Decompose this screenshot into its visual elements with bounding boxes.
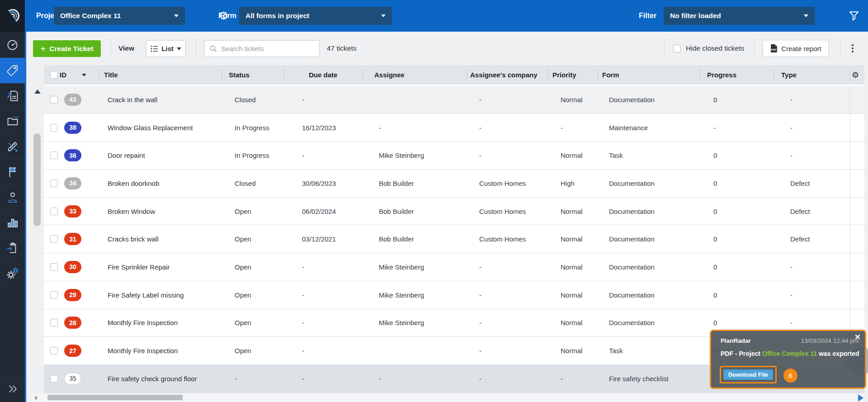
table-row[interactable]: 36 Door repaint In Progress - Mike Stein… — [44, 142, 864, 170]
view-mode-dropdown[interactable]: List — [146, 40, 186, 57]
sidebar-item-flags[interactable] — [0, 159, 25, 184]
cell-spacer — [850, 142, 864, 169]
sidebar-item-plans[interactable] — [0, 109, 25, 134]
cell-form: Task — [598, 337, 700, 364]
sidebar-item-statistics[interactable] — [0, 210, 25, 235]
column-header-assignee-company[interactable]: Assignee's company — [467, 65, 548, 85]
sidebar-item-dashboard[interactable] — [0, 33, 25, 58]
cell-id: 27 — [59, 337, 99, 364]
cell-assignee — [363, 337, 467, 364]
toast-message: PDF - Project Office Complex 11 was expo… — [721, 350, 861, 357]
row-checkbox[interactable] — [50, 235, 58, 243]
column-header-status[interactable]: Status — [222, 65, 284, 85]
cell-progress: 0 — [700, 281, 774, 309]
cell-spacer — [850, 281, 864, 309]
cell-priority: Normal — [548, 253, 598, 281]
more-options-kebab-icon[interactable] — [848, 42, 857, 55]
column-settings-gear-icon[interactable]: ⚙ — [852, 70, 859, 80]
chevron-down-icon — [174, 14, 179, 17]
table-row[interactable]: 43 Crack in the wall Closed - - Normal D… — [44, 86, 864, 114]
cell-id: 35 — [59, 365, 99, 393]
vertical-scrollbar-thumb[interactable] — [33, 133, 41, 226]
folder-icon — [6, 115, 19, 128]
sidebar-item-settings[interactable] — [0, 260, 25, 286]
cell-due-date: - — [284, 309, 363, 337]
cell-priority: Normal — [548, 225, 598, 253]
clipboard-arrow-icon — [6, 241, 19, 254]
cell-assignee-company: - — [467, 337, 548, 364]
row-select-cell — [44, 337, 59, 364]
sidebar-expand-button[interactable] — [0, 377, 25, 400]
sidebar-item-tickets[interactable] — [0, 58, 25, 83]
row-checkbox[interactable] — [50, 375, 58, 383]
row-checkbox[interactable] — [50, 291, 58, 299]
row-checkbox[interactable] — [50, 347, 58, 355]
row-checkbox[interactable] — [50, 96, 58, 104]
table-row[interactable]: 31 Cracks brick wall Open 03/12/2021 Bob… — [44, 225, 864, 253]
cell-priority: Normal — [548, 86, 598, 114]
row-checkbox[interactable] — [50, 319, 58, 326]
column-header-title[interactable]: Title — [99, 65, 222, 85]
sidebar-item-reports[interactable] — [0, 83, 25, 109]
table-row[interactable]: 38 Window Glass Replacement In Progress … — [44, 114, 864, 142]
column-header-assignee[interactable]: Assignee — [363, 65, 467, 85]
filter-dropdown[interactable]: No filter loaded — [664, 7, 815, 25]
planradar-logo[interactable] — [0, 0, 25, 32]
table-row[interactable]: 30 Fire Sprinkler Repair Open - Mike Ste… — [44, 253, 864, 281]
cell-form: Documentation — [598, 170, 700, 197]
scroll-left-arrow[interactable] — [34, 396, 37, 400]
project-dropdown[interactable]: Office Complex 11 — [54, 7, 185, 25]
cell-form: Documentation — [598, 86, 700, 114]
ticket-count: 47 tickets — [327, 32, 356, 65]
corner-play-triangle-icon[interactable] — [858, 394, 863, 402]
annotation-step-badge: 6 — [783, 369, 797, 383]
select-all-cell — [44, 65, 59, 85]
cell-priority: Normal — [548, 281, 598, 309]
download-file-button[interactable]: Download File — [723, 369, 773, 380]
form-dropdown[interactable]: All forms in project — [239, 7, 392, 25]
double-chevron-right-icon — [6, 383, 19, 394]
column-header-due-date[interactable]: Due date — [284, 65, 363, 85]
cell-form: Maintenance — [598, 114, 700, 142]
sidebar-item-forms[interactable] — [0, 235, 25, 260]
sidebar-item-contacts[interactable] — [0, 184, 25, 210]
cell-status: Open — [222, 309, 284, 337]
column-header-progress[interactable]: Progress — [700, 65, 774, 85]
select-all-checkbox[interactable] — [50, 71, 58, 79]
cell-form: Documentation — [598, 225, 700, 253]
column-header-id[interactable]: ID — [59, 65, 99, 85]
cell-assignee-company: Custom Homes — [467, 170, 548, 197]
row-checkbox[interactable] — [50, 263, 58, 271]
ticket-id-badge: 33 — [64, 205, 81, 218]
cell-assignee: Bob Builder — [363, 225, 467, 253]
row-checkbox[interactable] — [50, 180, 58, 187]
bar-chart-icon — [6, 216, 19, 229]
row-checkbox[interactable] — [50, 151, 58, 159]
column-header-priority[interactable]: Priority — [548, 65, 598, 85]
cell-status: In Progress — [222, 142, 284, 169]
cell-progress: 0 — [700, 253, 774, 281]
create-report-button[interactable]: PDF Create report — [763, 40, 829, 57]
row-checkbox[interactable] — [50, 208, 58, 215]
row-checkbox[interactable] — [50, 124, 58, 132]
sidebar-item-tools[interactable] — [0, 134, 25, 159]
cell-due-date: - — [284, 86, 363, 114]
search-input[interactable] — [221, 45, 315, 52]
table-row[interactable]: 34 Broken doorknob Closed 30/06/2023 Bob… — [44, 170, 864, 198]
cell-assignee-company: Custom Homes — [467, 225, 548, 253]
column-header-type[interactable]: Type — [774, 65, 850, 85]
horizontal-scrollbar — [32, 394, 864, 402]
filter-funnel-icon[interactable] — [848, 10, 860, 24]
cell-due-date: 16/12/2023 — [284, 114, 363, 142]
chevron-down-icon — [381, 14, 386, 17]
column-header-form[interactable]: Form — [598, 65, 700, 85]
table-row[interactable]: 33 Broken Window Open 06/02/2024 Bob Bui… — [44, 198, 864, 226]
scroll-up-arrow[interactable] — [34, 90, 41, 94]
horizontal-scrollbar-thumb[interactable] — [47, 395, 183, 400]
cell-form: Documentation — [598, 309, 700, 337]
table-row[interactable]: 29 Fire Safety Label missing Open - Mike… — [44, 281, 864, 309]
hide-closed-toggle[interactable]: Hide closed tickets — [673, 32, 744, 65]
create-ticket-button[interactable]: + Create Ticket — [33, 40, 101, 57]
hide-closed-checkbox[interactable] — [673, 45, 681, 52]
cell-priority: Normal — [548, 337, 598, 364]
